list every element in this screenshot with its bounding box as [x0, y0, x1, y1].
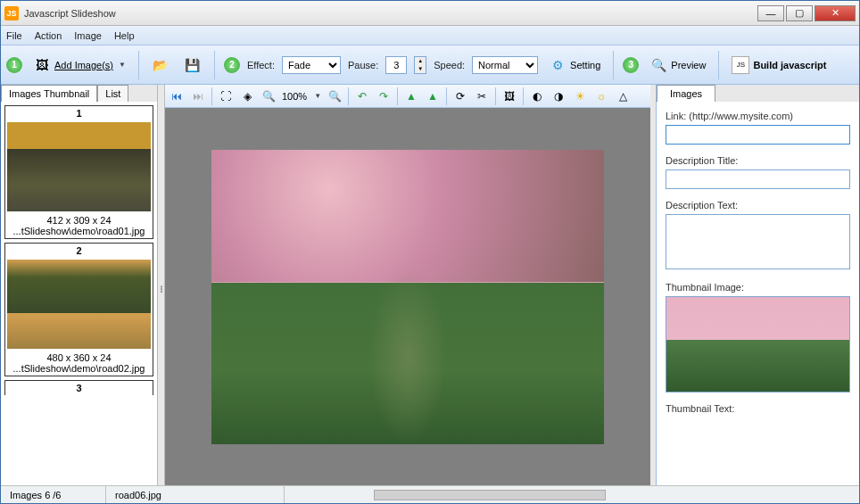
add-images-label: Add Image(s): [54, 60, 113, 70]
save-icon: 💾: [184, 56, 202, 74]
preview-label: Preview: [671, 60, 706, 70]
desc-title-label: Description Title:: [666, 155, 850, 166]
dropdown-arrow-icon: ▼: [119, 61, 126, 69]
tab-images-props[interactable]: Images: [657, 85, 715, 102]
thumbnail-item[interactable]: 2 480 x 360 x 24 ...tSlideshow\demo\road…: [4, 243, 153, 376]
fit-icon[interactable]: ⛶: [218, 88, 234, 104]
desc-title-input[interactable]: [666, 169, 850, 189]
crop-icon[interactable]: ✂: [474, 88, 490, 104]
thumbnail-item[interactable]: 3: [4, 380, 153, 395]
thumb-image-label: Thumbnail Image:: [666, 282, 850, 293]
center-panel: ⏮ ⏭ ⛶ ◈ 🔍 100% ▼ 🔍 ↶ ↷ ▲ ▲ ⟳ ✂ 🖼: [165, 85, 650, 485]
effects-icon[interactable]: 🖼: [501, 88, 517, 104]
thumb-path: ...tSlideshow\demo\road02.jpg: [7, 363, 151, 374]
effect-label: Effect:: [247, 60, 275, 70]
menu-help[interactable]: Help: [114, 30, 135, 41]
thumb-path: ...tSlideshow\demo\road01.jpg: [7, 226, 151, 236]
rotate-right-icon[interactable]: ↷: [376, 88, 392, 104]
open-button[interactable]: 📂: [148, 54, 173, 76]
menu-image[interactable]: Image: [74, 30, 102, 41]
thumb-preview: [7, 122, 151, 211]
flip-v-icon[interactable]: ▲: [425, 88, 441, 104]
speed-label: Speed:: [434, 60, 465, 70]
speed-select[interactable]: Normal: [472, 56, 538, 74]
gear-icon: ⚙: [549, 56, 566, 74]
step-2-icon: 2: [224, 57, 240, 73]
zoom-out-icon[interactable]: 🔍: [327, 88, 343, 104]
tab-images-thumbnail[interactable]: Images Thumbnail: [1, 85, 97, 102]
add-images-button[interactable]: 🖼 Add Image(s) ▼: [29, 54, 129, 76]
zoom-in-icon[interactable]: 🔍: [260, 88, 277, 104]
js-file-icon: JS: [732, 56, 749, 74]
thumb-dimensions: 480 x 360 x 24: [7, 352, 151, 363]
thumb-dimensions: 412 x 309 x 24: [7, 215, 151, 226]
pause-label: Pause:: [348, 60, 378, 70]
thumb-text-label: Thumbnail Text:: [666, 403, 850, 414]
first-icon[interactable]: ⏮: [169, 88, 185, 104]
h-scrollbar[interactable]: [285, 490, 859, 500]
left-panel: Images Thumbnail List 1 412 x 309 x 24 .…: [1, 85, 158, 485]
brightness-down-icon[interactable]: ☼: [593, 88, 609, 104]
zoom-value[interactable]: 100%: [282, 91, 307, 102]
brightness-up-icon[interactable]: ☀: [572, 88, 588, 104]
thumb-number: 1: [7, 108, 151, 119]
actual-size-icon[interactable]: ◈: [239, 88, 255, 104]
setting-label: Setting: [570, 60, 600, 70]
app-icon: JS: [4, 6, 19, 21]
desc-text-input[interactable]: [666, 214, 850, 269]
menu-action[interactable]: Action: [35, 30, 62, 41]
desc-text-label: Description Text:: [666, 200, 850, 211]
add-image-icon: 🖼: [33, 56, 51, 74]
thumbnail-item[interactable]: 1 412 x 309 x 24 ...tSlideshow\demo\road…: [4, 105, 153, 239]
folder-open-icon: 📂: [152, 56, 170, 74]
statusbar: Images 6 /6 road06.jpg: [1, 485, 859, 503]
menubar: File Action Image Help: [1, 26, 859, 45]
link-label: Link: (http://www.mysite.com): [666, 111, 850, 121]
maximize-button[interactable]: ▢: [786, 5, 813, 21]
thumb-number: 3: [7, 383, 151, 393]
pause-input[interactable]: [385, 56, 407, 74]
magnifier-icon: 🔍: [649, 56, 667, 74]
flip-h-icon[interactable]: ▲: [403, 88, 419, 104]
image-toolbar: ⏮ ⏭ ⛶ ◈ 🔍 100% ▼ 🔍 ↶ ↷ ▲ ▲ ⟳ ✂ 🖼: [165, 85, 650, 108]
main-toolbar: 1 🖼 Add Image(s) ▼ 📂 💾 2 Effect: Fade Pa…: [1, 45, 859, 85]
window-title: Javascript Slideshow: [24, 8, 757, 19]
canvas-area[interactable]: [165, 108, 650, 485]
build-label: Build javascript: [753, 60, 826, 70]
contrast-up-icon[interactable]: ◐: [529, 88, 545, 104]
status-count: Images 6 /6: [1, 486, 106, 503]
right-panel: Images Link: (http://www.mysite.com) Des…: [656, 85, 859, 485]
status-filename: road06.jpg: [106, 486, 285, 503]
rotate-left-icon[interactable]: ↶: [354, 88, 370, 104]
step-3-icon: 3: [623, 57, 639, 73]
main-image: [211, 150, 604, 444]
thumbnail-preview: [666, 296, 850, 392]
contrast-down-icon[interactable]: ◑: [550, 88, 566, 104]
titlebar: JS Javascript Slideshow — ▢ ✕: [1, 1, 859, 26]
menu-file[interactable]: File: [6, 30, 22, 41]
tab-list[interactable]: List: [97, 85, 128, 102]
next-icon[interactable]: ⏭: [190, 88, 206, 104]
close-button[interactable]: ✕: [815, 5, 856, 21]
thumbnail-list[interactable]: 1 412 x 309 x 24 ...tSlideshow\demo\road…: [1, 102, 157, 485]
pause-spinner[interactable]: ▲▼: [414, 56, 426, 74]
zoom-dropdown-icon[interactable]: ▼: [314, 92, 321, 100]
step-1-icon: 1: [6, 57, 22, 73]
preview-button[interactable]: 🔍 Preview: [646, 54, 709, 76]
effect-select[interactable]: Fade: [282, 56, 341, 74]
adjust-icon[interactable]: △: [615, 88, 631, 104]
save-button[interactable]: 💾: [180, 54, 205, 76]
minimize-button[interactable]: —: [757, 5, 784, 21]
refresh-icon[interactable]: ⟳: [452, 88, 468, 104]
thumb-preview: [7, 260, 151, 349]
build-button[interactable]: JS Build javascript: [728, 54, 830, 76]
link-input[interactable]: [666, 125, 850, 145]
left-splitter[interactable]: [158, 85, 165, 485]
setting-button[interactable]: ⚙ Setting: [545, 54, 604, 76]
thumb-number: 2: [7, 245, 151, 256]
